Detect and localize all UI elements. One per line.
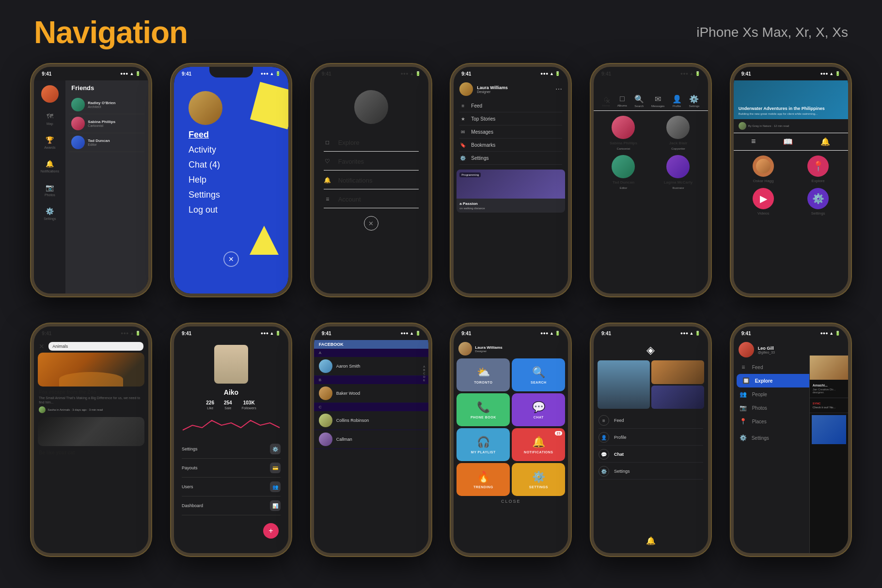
alphabet-index: A B C D E bbox=[423, 365, 425, 382]
menu-item-help[interactable]: Help bbox=[189, 175, 220, 185]
phone-3-avatar bbox=[354, 90, 388, 124]
wave-chart bbox=[179, 416, 284, 435]
dashboard-item[interactable]: Dashboard 📊 bbox=[182, 496, 281, 515]
phone-9-notch bbox=[349, 326, 393, 337]
sidebar-item-map[interactable]: 🗺 Map bbox=[34, 108, 65, 128]
phone-4: 9:41 ●●● ▲ 🔋 Laura Williams Designer ⋯ ≡… bbox=[451, 64, 571, 296]
phone-8-profile: Aiko 226 Like 254 Sale 103K Followers bbox=[174, 340, 288, 440]
menu-item-notifications[interactable]: 🔔 Notifications bbox=[324, 171, 419, 189]
phone-5-notch bbox=[629, 67, 673, 77]
favorites-icon: ♡ bbox=[324, 157, 331, 165]
settings-item[interactable]: Settings ⚙️ bbox=[182, 440, 281, 459]
friend-item-2[interactable]: Sabina Phillips Cartoonist bbox=[69, 114, 144, 133]
sidebar-item-awards[interactable]: 🏆 Awards bbox=[34, 132, 65, 152]
menu-item-explore[interactable]: □ Explore bbox=[324, 134, 419, 152]
phone-10-notch bbox=[489, 326, 533, 337]
phone-7-close[interactable]: ✕ bbox=[39, 342, 45, 350]
phone-12-preview: Amashi... Jan Creative Dir... designer. … bbox=[809, 356, 848, 553]
phone-1-screen: 9:41 ●●● ▲ 🔋 🗺 Map bbox=[34, 67, 148, 294]
tile-toronto[interactable]: ⛅ TORONTO bbox=[457, 358, 510, 391]
tile-notifications[interactable]: 23 🔔 NOTIFICATIONS bbox=[512, 428, 565, 461]
grid-user[interactable]: Oskar Hagg bbox=[739, 155, 788, 183]
phone-3: 9:41 ●●● ▲ 🔋 □ Explore ♡ Favorites 🔔 bbox=[311, 64, 431, 296]
phone-11-images bbox=[594, 360, 708, 409]
friend-item-3[interactable]: Tad Duncan Editor bbox=[69, 133, 144, 152]
nav-messages[interactable]: ✉ Messages bbox=[459, 126, 562, 139]
phone-10-tiles: ⛅ TORONTO 🔍 SEARCH 📞 PHONE BOOK 💬 CHAT bbox=[454, 358, 568, 496]
tile-chat[interactable]: 💬 CHAT bbox=[512, 393, 565, 426]
phone-1-wrapper: 9:41 ●●● ▲ 🔋 🗺 Map bbox=[24, 53, 158, 307]
phone-12-avatar bbox=[739, 342, 754, 357]
author-avatar bbox=[739, 122, 746, 130]
tile-settings[interactable]: ⚙️ SETTINGS bbox=[512, 463, 565, 496]
contact-jack[interactable]: Jack Blair Copywriter bbox=[653, 116, 703, 150]
page-title: Navigation bbox=[34, 15, 188, 50]
menu-settings[interactable]: ⚙️ Settings bbox=[598, 464, 703, 480]
tab-menu-icon[interactable]: ≡ bbox=[751, 137, 756, 146]
phone-6-wrapper: 9:41 ●●● ▲ 🔋 Underwater Adventures in th… bbox=[724, 53, 858, 307]
friend-item-1[interactable]: Radley O'Brien Architect bbox=[69, 95, 144, 114]
menu-item-feed[interactable]: Feed bbox=[189, 130, 220, 140]
contact-collins[interactable]: Collins Robinson bbox=[314, 411, 428, 430]
phone-11-screen: 9:41 ●●● ▲ 🔋 ◈ ≡ Feed � bbox=[594, 326, 708, 553]
phone-4-avatar bbox=[459, 82, 473, 96]
grid-explore[interactable]: 📍 Explore bbox=[793, 155, 843, 183]
phone-2-screen: 9:41 ●●● ▲ 🔋 Feed Activity Chat (4) Help… bbox=[174, 67, 288, 294]
phone-4-nav: ≡ Feed ★ Top Stories ✉ Messages 🔖 Bookma… bbox=[454, 98, 568, 167]
menu-item-settings[interactable]: Settings bbox=[189, 190, 220, 200]
explore-icon: □ bbox=[324, 139, 331, 146]
contact-sabina[interactable]: Sabina Phillips Cartoonist bbox=[598, 116, 648, 150]
people-icon: 👥 bbox=[740, 391, 747, 398]
phone-4-notch bbox=[489, 67, 533, 77]
sidebar-item-photos[interactable]: 📷 Photos bbox=[34, 180, 65, 200]
contact-tad[interactable]: Tad Duncan Editor bbox=[598, 155, 648, 189]
sidebar-item-settings[interactable]: ⚙️ Settings bbox=[34, 203, 65, 223]
page-subtitle: iPhone Xs Max, Xr, X, Xs bbox=[696, 25, 848, 40]
notifications-icon: 🔔 bbox=[324, 176, 331, 184]
contact-callman[interactable]: Callman bbox=[314, 430, 428, 449]
phone-5-screen: 9:41 ●●● ▲ 🔋 ✕ ⌂ Home □ Albums 🔍 Se bbox=[594, 67, 708, 294]
phone-9-screen: 9:41 ●●● ▲ 🔋 FACEBOOK A Aaron Smith B Ba… bbox=[314, 326, 428, 553]
phone-2-close-button[interactable]: ✕ bbox=[223, 251, 239, 267]
search-bar[interactable]: Animals bbox=[48, 342, 143, 351]
profile-illustration bbox=[214, 345, 248, 384]
tab-read-icon[interactable]: 📖 bbox=[783, 137, 793, 146]
nav-settings[interactable]: ⚙️ Settings bbox=[459, 152, 562, 165]
phone-6-status: 9:41 ●●● ▲ 🔋 bbox=[734, 67, 848, 80]
phone-2-avatar bbox=[189, 91, 222, 125]
menu-item-logout[interactable]: Log out bbox=[189, 205, 220, 215]
nav-bookmarks[interactable]: 🔖 Bookmarks bbox=[459, 139, 562, 152]
phone-7-wrapper: 9:41 ●●● ▲ 🔋 ✕ Animals Fox escape from t… bbox=[24, 313, 158, 567]
menu-profile[interactable]: 👤 Profile bbox=[598, 430, 703, 446]
menu-item-favorites[interactable]: ♡ Favorites bbox=[324, 153, 419, 170]
menu-feed[interactable]: ≡ Feed bbox=[598, 413, 703, 429]
close-label[interactable]: CLOSE bbox=[454, 496, 568, 507]
nav-top-stories[interactable]: ★ Top Stories bbox=[459, 113, 562, 125]
users-item[interactable]: Users 👥 bbox=[182, 478, 281, 496]
menu-item-account[interactable]: ≡ Account bbox=[324, 190, 419, 208]
phone-4-screen: 9:41 ●●● ▲ 🔋 Laura Williams Designer ⋯ ≡… bbox=[454, 67, 568, 294]
tile-phonebook[interactable]: 📞 PHONE BOOK bbox=[457, 393, 510, 426]
tile-playlist[interactable]: 🎧 MY PLAYLIST bbox=[457, 428, 510, 461]
contact-lagina[interactable]: Lagina McCarty Illustrator bbox=[653, 155, 703, 189]
grid-videos[interactable]: ▶ Videos bbox=[739, 188, 788, 216]
payouts-item[interactable]: Payouts 💳 bbox=[182, 459, 281, 478]
tile-search[interactable]: 🔍 SEARCH bbox=[512, 358, 565, 391]
phone-3-close-button[interactable]: ✕ bbox=[364, 216, 378, 231]
phone-3-wrapper: 9:41 ●●● ▲ 🔋 □ Explore ♡ Favorites 🔔 bbox=[304, 53, 438, 307]
menu-chat[interactable]: 💬 Chat bbox=[598, 447, 703, 463]
phone-10: 9:41 ●●● ▲ 🔋 Laura Williams Designer ⛅ T… bbox=[451, 324, 571, 556]
tile-trending[interactable]: 🔥 TRENDING bbox=[457, 463, 510, 496]
phone-11-notch bbox=[629, 326, 673, 337]
sidebar-item-notifications[interactable]: 🔔 Notifications bbox=[34, 156, 65, 176]
tab-bell-icon[interactable]: 🔔 bbox=[820, 137, 830, 146]
menu-item-activity[interactable]: Activity bbox=[189, 145, 220, 155]
contact-baker[interactable]: Baker Wood bbox=[314, 384, 428, 403]
feed-icon: ≡ bbox=[740, 364, 747, 371]
menu-item-chat[interactable]: Chat (4) bbox=[189, 160, 220, 170]
nav-feed[interactable]: ≡ Feed bbox=[459, 100, 562, 112]
contact-aaron[interactable]: Aaron Smith bbox=[314, 357, 428, 376]
phone-8-menu: Settings ⚙️ Payouts 💳 Users bbox=[174, 440, 288, 515]
fab-button[interactable]: + bbox=[263, 523, 279, 539]
grid-settings[interactable]: ⚙️ Settings bbox=[793, 188, 843, 216]
